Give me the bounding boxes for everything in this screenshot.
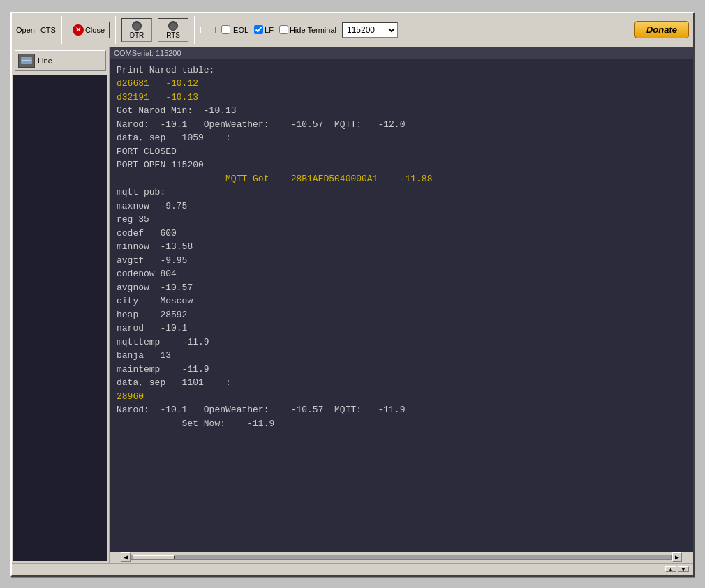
hide-terminal-checkbox[interactable] — [279, 25, 288, 34]
lf-group: LF — [254, 25, 274, 34]
scroll-down-button[interactable]: ▼ — [678, 566, 689, 572]
horizontal-scrollbar[interactable]: ◀ ▶ — [110, 552, 693, 563]
terminal-line: 28960 — [117, 390, 686, 404]
eol-checkbox[interactable] — [221, 25, 230, 34]
eol-group: EOL — [221, 25, 248, 34]
lf-label: LF — [265, 26, 274, 34]
terminal-line: d32191 -10.13 — [117, 91, 686, 105]
terminal-line: narod -10.1 — [117, 322, 686, 336]
window-controls: _ — [200, 27, 216, 33]
terminal-line: mqtttemp -11.9 — [117, 336, 686, 349]
close-button[interactable]: ✕ Close — [68, 22, 110, 38]
hscroll-track[interactable] — [131, 555, 672, 560]
dtr-button[interactable]: DTR — [121, 18, 152, 42]
rts-label: RTS — [166, 31, 180, 39]
terminal-area: COMSerial: 115200 Print Narod table:d266… — [110, 47, 693, 563]
terminal-line: maintemp -11.9 — [117, 363, 686, 377]
scroll-right-button[interactable]: ▶ — [672, 552, 682, 562]
sidebar: Line — [12, 47, 110, 563]
hide-terminal-label: Hide Terminal — [290, 26, 336, 34]
dtr-label: DTR — [130, 31, 144, 39]
terminal-line: Narod: -10.1 OpenWeather: -10.57 MQTT: -… — [117, 118, 686, 132]
sidebar-line-item[interactable]: Line — [15, 50, 106, 71]
terminal-line: heap 28592 — [117, 308, 686, 322]
hscroll-thumb[interactable] — [133, 555, 175, 559]
terminal-line: avgnow -10.57 — [117, 281, 686, 295]
eol-label: EOL — [233, 26, 248, 34]
terminal-line: maxnow -9.75 — [117, 199, 686, 213]
terminal-line: Print Narod table: — [117, 63, 686, 77]
toolbar-separator3 — [194, 16, 195, 44]
sidebar-list — [13, 75, 107, 561]
terminal-line: codef 600 — [117, 227, 686, 241]
terminal-line: PORT OPEN 115200 — [117, 158, 686, 172]
baud-rate-select[interactable]: 115200 9600 57600 — [342, 22, 398, 38]
terminal-line: Narod: -10.1 OpenWeather: -10.57 MQTT: -… — [117, 403, 686, 417]
main-window: Open CTS ✕ Close DTR RTS _ EOL L — [10, 12, 695, 577]
terminal-line: MQTT Got 28B1AED5040000A1 -11.88 — [117, 172, 686, 186]
lf-checkbox[interactable] — [254, 25, 263, 34]
rts-button[interactable]: RTS — [158, 18, 188, 42]
dtr-led — [132, 21, 142, 31]
close-label: Close — [85, 26, 105, 34]
toolbar: Open CTS ✕ Close DTR RTS _ EOL L — [12, 13, 693, 47]
terminal-line: banja 13 — [117, 349, 686, 363]
terminal-line: mqtt pub: — [117, 186, 686, 199]
main-content: Line COMSerial: 115200 Print Narod table… — [12, 47, 693, 563]
bottom-bar: ▲ ▼ — [12, 563, 693, 575]
toolbar-separator — [61, 16, 62, 44]
open-label: Open — [16, 26, 35, 34]
bottom-controls: ▲ ▼ — [665, 566, 689, 572]
cts-label: CTS — [40, 26, 56, 34]
terminal-line: data, sep 1059 : — [117, 131, 686, 145]
terminal-line: avgtf -9.95 — [117, 254, 686, 268]
terminal-top-text: COMSerial: 115200 — [114, 49, 181, 57]
terminal-line: reg 35 — [117, 213, 686, 227]
terminal-line: Got Narod Min: -10.13 — [117, 104, 686, 118]
terminal-line: codenow 804 — [117, 267, 686, 281]
terminal-line: d26681 -10.12 — [117, 77, 686, 91]
hide-terminal-group: Hide Terminal — [279, 25, 336, 34]
scroll-up-button[interactable]: ▲ — [665, 566, 676, 572]
line-icon — [18, 54, 35, 68]
minimize-button[interactable]: _ — [200, 27, 216, 33]
rts-led — [168, 21, 178, 31]
terminal-line: city Moscow — [117, 294, 686, 308]
line-label: Line — [38, 56, 52, 65]
donate-button[interactable]: Donate — [634, 21, 689, 38]
toolbar-separator2 — [115, 16, 116, 44]
terminal-top-bar: COMSerial: 115200 — [110, 47, 693, 59]
terminal-line: PORT CLOSED — [117, 145, 686, 159]
open-group: Open — [16, 26, 35, 34]
terminal-output[interactable]: Print Narod table:d26681 -10.12d32191 -1… — [110, 59, 693, 552]
close-icon: ✕ — [73, 24, 84, 36]
cts-group: CTS — [40, 26, 56, 34]
scroll-left-button[interactable]: ◀ — [121, 552, 131, 562]
terminal-line: Set Now: -11.9 — [117, 417, 686, 431]
terminal-line: data, sep 1101 : — [117, 376, 686, 390]
sidebar-top: Line — [12, 47, 109, 74]
terminal-line: minnow -13.58 — [117, 240, 686, 254]
